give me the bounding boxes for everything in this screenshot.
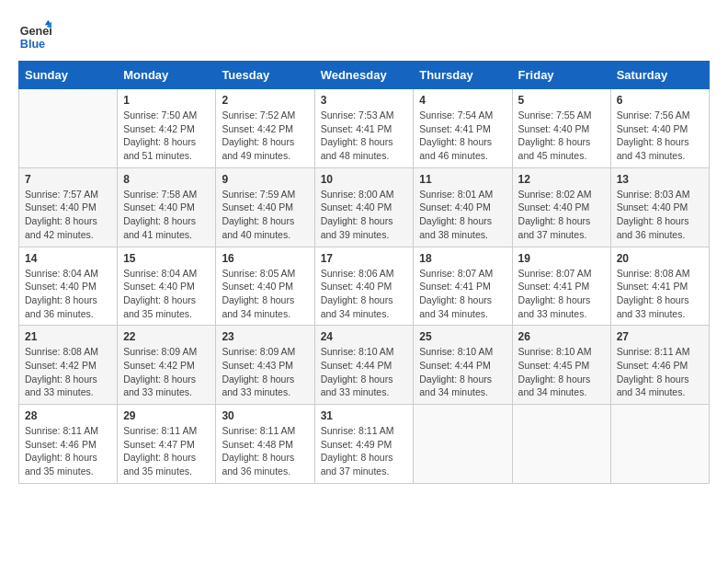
calendar-cell: 26Sunrise: 8:10 AM Sunset: 4:45 PM Dayli… bbox=[512, 326, 610, 405]
calendar-week-5: 28Sunrise: 8:11 AM Sunset: 4:46 PM Dayli… bbox=[19, 405, 710, 484]
day-info: Sunrise: 8:08 AM Sunset: 4:42 PM Dayligh… bbox=[25, 345, 111, 399]
day-info: Sunrise: 8:05 AM Sunset: 4:40 PM Dayligh… bbox=[222, 267, 308, 321]
day-number: 7 bbox=[25, 173, 111, 186]
day-number: 19 bbox=[518, 252, 605, 265]
day-info: Sunrise: 8:10 AM Sunset: 4:44 PM Dayligh… bbox=[419, 345, 506, 399]
day-info: Sunrise: 8:11 AM Sunset: 4:48 PM Dayligh… bbox=[222, 424, 308, 478]
svg-text:General: General bbox=[20, 25, 51, 38]
calendar-header-thursday: Thursday bbox=[414, 62, 512, 89]
calendar-cell: 30Sunrise: 8:11 AM Sunset: 4:48 PM Dayli… bbox=[216, 405, 314, 484]
day-info: Sunrise: 7:57 AM Sunset: 4:40 PM Dayligh… bbox=[25, 188, 111, 242]
day-info: Sunrise: 8:03 AM Sunset: 4:40 PM Dayligh… bbox=[617, 188, 703, 242]
page-header: General Blue bbox=[18, 18, 710, 52]
svg-text:Blue: Blue bbox=[20, 38, 45, 51]
calendar-cell bbox=[414, 405, 512, 484]
calendar-cell: 29Sunrise: 8:11 AM Sunset: 4:47 PM Dayli… bbox=[118, 405, 216, 484]
day-number: 16 bbox=[222, 252, 308, 265]
day-number: 26 bbox=[518, 330, 605, 343]
calendar-cell: 25Sunrise: 8:10 AM Sunset: 4:44 PM Dayli… bbox=[414, 326, 512, 405]
calendar-header-saturday: Saturday bbox=[610, 62, 709, 89]
day-info: Sunrise: 8:02 AM Sunset: 4:40 PM Dayligh… bbox=[518, 188, 605, 242]
day-info: Sunrise: 8:07 AM Sunset: 4:41 PM Dayligh… bbox=[518, 267, 605, 321]
day-number: 27 bbox=[617, 330, 703, 343]
day-number: 10 bbox=[321, 173, 408, 186]
calendar-cell: 6Sunrise: 7:56 AM Sunset: 4:40 PM Daylig… bbox=[610, 89, 709, 168]
day-info: Sunrise: 8:10 AM Sunset: 4:44 PM Dayligh… bbox=[321, 345, 408, 399]
calendar-cell: 9Sunrise: 7:59 AM Sunset: 4:40 PM Daylig… bbox=[216, 167, 314, 247]
day-info: Sunrise: 8:09 AM Sunset: 4:42 PM Dayligh… bbox=[123, 345, 210, 399]
day-info: Sunrise: 7:58 AM Sunset: 4:40 PM Dayligh… bbox=[123, 188, 210, 242]
day-info: Sunrise: 7:55 AM Sunset: 4:40 PM Dayligh… bbox=[518, 109, 605, 163]
calendar-week-2: 7Sunrise: 7:57 AM Sunset: 4:40 PM Daylig… bbox=[19, 167, 710, 247]
calendar-cell: 28Sunrise: 8:11 AM Sunset: 4:46 PM Dayli… bbox=[19, 405, 118, 484]
day-info: Sunrise: 8:04 AM Sunset: 4:40 PM Dayligh… bbox=[25, 267, 111, 321]
calendar-cell: 11Sunrise: 8:01 AM Sunset: 4:40 PM Dayli… bbox=[414, 167, 512, 247]
day-number: 13 bbox=[617, 173, 703, 186]
day-info: Sunrise: 8:11 AM Sunset: 4:47 PM Dayligh… bbox=[123, 424, 210, 478]
day-number: 11 bbox=[419, 173, 506, 186]
day-info: Sunrise: 8:11 AM Sunset: 4:46 PM Dayligh… bbox=[25, 424, 111, 478]
day-number: 24 bbox=[321, 330, 408, 343]
calendar-cell: 17Sunrise: 8:06 AM Sunset: 4:40 PM Dayli… bbox=[314, 247, 414, 326]
calendar-cell: 1Sunrise: 7:50 AM Sunset: 4:42 PM Daylig… bbox=[118, 89, 216, 168]
calendar-cell bbox=[610, 405, 709, 484]
calendar-cell: 27Sunrise: 8:11 AM Sunset: 4:46 PM Dayli… bbox=[610, 326, 709, 405]
day-info: Sunrise: 8:00 AM Sunset: 4:40 PM Dayligh… bbox=[321, 188, 408, 242]
day-number: 15 bbox=[123, 252, 210, 265]
calendar-cell bbox=[512, 405, 610, 484]
calendar-cell: 2Sunrise: 7:52 AM Sunset: 4:42 PM Daylig… bbox=[216, 89, 314, 168]
calendar-week-3: 14Sunrise: 8:04 AM Sunset: 4:40 PM Dayli… bbox=[19, 247, 710, 326]
logo: General Blue bbox=[18, 18, 55, 52]
day-number: 30 bbox=[222, 409, 308, 422]
day-number: 12 bbox=[518, 173, 605, 186]
calendar-cell: 14Sunrise: 8:04 AM Sunset: 4:40 PM Dayli… bbox=[19, 247, 118, 326]
day-number: 25 bbox=[419, 330, 506, 343]
day-number: 22 bbox=[123, 330, 210, 343]
day-number: 14 bbox=[25, 252, 111, 265]
calendar-cell: 23Sunrise: 8:09 AM Sunset: 4:43 PM Dayli… bbox=[216, 326, 314, 405]
day-info: Sunrise: 8:08 AM Sunset: 4:41 PM Dayligh… bbox=[617, 267, 703, 321]
calendar-cell: 21Sunrise: 8:08 AM Sunset: 4:42 PM Dayli… bbox=[19, 326, 118, 405]
day-info: Sunrise: 7:59 AM Sunset: 4:40 PM Dayligh… bbox=[222, 188, 308, 242]
day-number: 28 bbox=[25, 409, 111, 422]
day-info: Sunrise: 8:10 AM Sunset: 4:45 PM Dayligh… bbox=[518, 345, 605, 399]
day-info: Sunrise: 8:07 AM Sunset: 4:41 PM Dayligh… bbox=[419, 267, 506, 321]
calendar-cell: 3Sunrise: 7:53 AM Sunset: 4:41 PM Daylig… bbox=[314, 89, 414, 168]
day-info: Sunrise: 7:50 AM Sunset: 4:42 PM Dayligh… bbox=[123, 109, 210, 163]
day-number: 1 bbox=[123, 94, 210, 107]
calendar-cell: 24Sunrise: 8:10 AM Sunset: 4:44 PM Dayli… bbox=[314, 326, 414, 405]
logo-icon: General Blue bbox=[18, 18, 51, 52]
calendar-cell bbox=[19, 89, 118, 168]
calendar-cell: 18Sunrise: 8:07 AM Sunset: 4:41 PM Dayli… bbox=[414, 247, 512, 326]
calendar-cell: 10Sunrise: 8:00 AM Sunset: 4:40 PM Dayli… bbox=[314, 167, 414, 247]
calendar-header-friday: Friday bbox=[512, 62, 610, 89]
day-number: 29 bbox=[123, 409, 210, 422]
calendar-cell: 4Sunrise: 7:54 AM Sunset: 4:41 PM Daylig… bbox=[414, 89, 512, 168]
calendar-cell: 16Sunrise: 8:05 AM Sunset: 4:40 PM Dayli… bbox=[216, 247, 314, 326]
day-number: 6 bbox=[617, 94, 703, 107]
day-info: Sunrise: 8:01 AM Sunset: 4:40 PM Dayligh… bbox=[419, 188, 506, 242]
day-info: Sunrise: 7:54 AM Sunset: 4:41 PM Dayligh… bbox=[419, 109, 506, 163]
day-info: Sunrise: 7:53 AM Sunset: 4:41 PM Dayligh… bbox=[321, 109, 408, 163]
day-number: 23 bbox=[222, 330, 308, 343]
day-number: 5 bbox=[518, 94, 605, 107]
day-info: Sunrise: 8:09 AM Sunset: 4:43 PM Dayligh… bbox=[222, 345, 308, 399]
day-info: Sunrise: 7:52 AM Sunset: 4:42 PM Dayligh… bbox=[222, 109, 308, 163]
calendar-table: SundayMondayTuesdayWednesdayThursdayFrid… bbox=[18, 61, 710, 484]
calendar-cell: 31Sunrise: 8:11 AM Sunset: 4:49 PM Dayli… bbox=[314, 405, 414, 484]
day-number: 31 bbox=[321, 409, 408, 422]
calendar-cell: 20Sunrise: 8:08 AM Sunset: 4:41 PM Dayli… bbox=[610, 247, 709, 326]
day-number: 21 bbox=[25, 330, 111, 343]
day-info: Sunrise: 8:04 AM Sunset: 4:40 PM Dayligh… bbox=[123, 267, 210, 321]
calendar-header-wednesday: Wednesday bbox=[314, 62, 414, 89]
day-info: Sunrise: 7:56 AM Sunset: 4:40 PM Dayligh… bbox=[617, 109, 703, 163]
calendar-header-tuesday: Tuesday bbox=[216, 62, 314, 89]
calendar-cell: 12Sunrise: 8:02 AM Sunset: 4:40 PM Dayli… bbox=[512, 167, 610, 247]
calendar-week-4: 21Sunrise: 8:08 AM Sunset: 4:42 PM Dayli… bbox=[19, 326, 710, 405]
day-number: 9 bbox=[222, 173, 308, 186]
day-number: 18 bbox=[419, 252, 506, 265]
calendar-cell: 13Sunrise: 8:03 AM Sunset: 4:40 PM Dayli… bbox=[610, 167, 709, 247]
calendar-week-1: 1Sunrise: 7:50 AM Sunset: 4:42 PM Daylig… bbox=[19, 89, 710, 168]
calendar-cell: 22Sunrise: 8:09 AM Sunset: 4:42 PM Dayli… bbox=[118, 326, 216, 405]
day-info: Sunrise: 8:11 AM Sunset: 4:46 PM Dayligh… bbox=[617, 345, 703, 399]
